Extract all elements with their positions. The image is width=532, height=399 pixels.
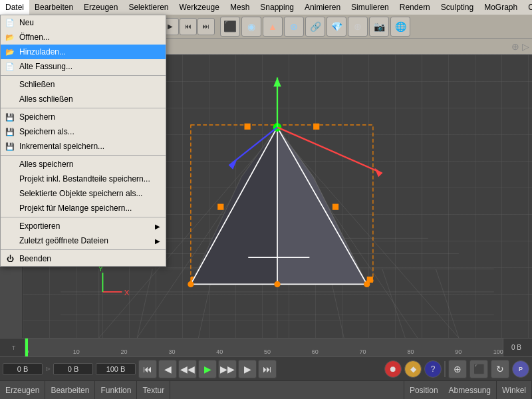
menu-mograph[interactable]: MoGraph (479, 0, 523, 15)
alles-speichern-icon (5, 159, 15, 170)
menu-item-inkremental[interactable]: 💾 Inkremental speichern... (1, 139, 166, 154)
toolbar2-arrow-icon[interactable]: ▷ (522, 41, 529, 52)
menu-item-exportieren[interactable]: Exportieren ▶ (1, 219, 166, 233)
neu-icon: 📄 (5, 17, 15, 28)
menu-item-beenden[interactable]: ⏻ Beenden (1, 251, 166, 266)
menu-charak[interactable]: Charak (523, 0, 532, 15)
menu-selektieren[interactable]: Selektieren (123, 0, 174, 15)
toolbar-camera[interactable]: 📷 (369, 17, 389, 37)
menu-snapping[interactable]: Snapping (255, 0, 299, 15)
bottombar-erzeugen[interactable]: Erzeugen (0, 381, 45, 399)
menu-item-alles-schliessen[interactable]: Alles schließen (1, 92, 166, 106)
transport-bar: 0 B ⊳ 0 B 100 B ⏮ ◀ ◀◀ ▶ ▶▶ ▶ ⏭ ⏺ ◆ ? ⊕ … (0, 356, 532, 380)
menu-simulieren[interactable]: Simulieren (346, 0, 394, 15)
menu-item-speichern-als[interactable]: 💾 Speichern als... (1, 124, 166, 139)
divider-4 (1, 217, 166, 217)
transport-play-forward[interactable]: ▶▶ (218, 360, 237, 378)
toolbar-play6[interactable]: ⏭ (198, 18, 215, 35)
menu-rendern[interactable]: Rendern (394, 0, 436, 15)
menubar: Datei Bearbeiten Erzeugen Selektieren We… (0, 0, 532, 15)
toolbar-deformer[interactable]: 🌐 (390, 17, 410, 37)
transport-play-back[interactable]: ◀◀ (178, 360, 197, 378)
projekt-inkl-icon (5, 174, 15, 184)
svg-point-40 (274, 281, 280, 287)
transport-go-start[interactable]: ⏮ (138, 360, 157, 378)
exportieren-icon (5, 221, 15, 231)
inkremental-icon: 💾 (5, 141, 15, 152)
toolbar-torus[interactable]: ⊗ (284, 17, 304, 37)
toolbar-chain[interactable]: 🔗 (305, 17, 325, 37)
menu-item-projekt-inkl[interactable]: Projekt inkl. Bestandteile speichern... (1, 172, 166, 186)
timeline-mark-60: 60 (312, 348, 319, 355)
transport-play[interactable]: ▶ (198, 360, 217, 378)
transport-p-btn[interactable]: P (512, 360, 529, 378)
bottombar-textur[interactable]: Textur (137, 381, 170, 399)
svg-point-42 (364, 281, 370, 287)
transport-from[interactable]: 0 B (53, 363, 93, 375)
oeffnen-icon: 📂 (5, 32, 15, 43)
menu-item-neu[interactable]: 📄 Neu (1, 15, 166, 30)
timeline-start-marker (25, 338, 28, 356)
transport-to[interactable]: 100 B (96, 363, 136, 375)
alte-fassung-icon: 📄 (5, 61, 15, 72)
hinzuladen-icon: 📂 (5, 47, 15, 57)
divider-2 (1, 108, 166, 108)
menu-bearbeiten[interactable]: Bearbeiten (29, 0, 78, 15)
svg-marker-35 (374, 168, 382, 177)
bottombar-bearbeiten[interactable]: Bearbeiten (45, 381, 95, 399)
menu-item-selektierte-obj[interactable]: Selektierte Objekte speichern als... (1, 186, 166, 201)
bottombar: Erzeugen Bearbeiten Funktion Textur Posi… (0, 380, 532, 399)
svg-point-41 (188, 281, 194, 287)
menu-item-hinzuladen[interactable]: 📂 Hinzuladen... (1, 45, 166, 59)
bottombar-position[interactable]: Position (404, 381, 444, 399)
toolbar-gem[interactable]: 💎 (327, 17, 346, 37)
selektierte-obj-icon (5, 188, 15, 199)
timeline-end-label: 0 B (503, 338, 529, 356)
toolbar-play5[interactable]: ⏮ (180, 18, 197, 35)
menu-werkzeuge[interactable]: Werkzeuge (174, 0, 224, 15)
timeline[interactable]: T 0 10 20 30 40 50 60 70 80 90 100 0 B (0, 338, 532, 356)
svg-rect-19 (332, 204, 338, 210)
menu-item-zuletzt[interactable]: Zuletzt geöffnete Dateien ▶ (1, 233, 166, 248)
bottombar-funktion[interactable]: Funktion (95, 381, 137, 399)
menu-sculpting[interactable]: Sculpting (436, 0, 479, 15)
transport-divider (444, 361, 446, 377)
bottombar-abmessung[interactable]: Abmessung (444, 381, 497, 399)
toolbar2-plus-icon[interactable]: ⊕ (511, 41, 519, 52)
transport-record-btn[interactable]: ⏺ (384, 360, 402, 378)
transport-current-frame[interactable]: 0 B (3, 363, 43, 375)
menu-datei[interactable]: Datei (0, 0, 29, 15)
toolbar-sphere[interactable]: ◉ (241, 17, 261, 37)
toolbar-null[interactable]: ⊕ (348, 17, 368, 37)
timeline-ruler[interactable]: 0 10 20 30 40 50 60 70 80 90 100 (25, 338, 503, 356)
svg-rect-16 (244, 124, 250, 130)
transport-scale-icon[interactable]: ⬛ (469, 360, 488, 378)
transport-next-frame[interactable]: ▶ (238, 360, 257, 378)
transport-prev-frame[interactable]: ◀ (158, 360, 177, 378)
transport-rotate-icon[interactable]: ↻ (491, 360, 509, 378)
menu-item-projekt-melange[interactable]: Projekt für Melange speichern... (1, 201, 166, 215)
menu-item-alte-fassung[interactable]: 📄 Alte Fassung... (1, 59, 166, 74)
svg-rect-18 (217, 204, 223, 210)
timeline-mark-30: 30 (168, 348, 175, 355)
bottombar-winkel[interactable]: Winkel (497, 381, 532, 399)
timeline-mark-80: 80 (407, 348, 414, 355)
transport-keyframe-btn[interactable]: ◆ (404, 360, 422, 378)
transport-auto-btn[interactable]: ? (424, 360, 442, 378)
svg-rect-17 (313, 124, 319, 130)
menu-mesh[interactable]: Mesh (225, 0, 255, 15)
toolbar-cone[interactable]: ▲ (263, 17, 283, 37)
transport-move-icon[interactable]: ⊕ (448, 360, 467, 378)
menu-erzeugen[interactable]: Erzeugen (78, 0, 123, 15)
alles-schliessen-icon (5, 94, 15, 104)
transport-go-end[interactable]: ⏭ (258, 360, 277, 378)
menu-item-oeffnen[interactable]: 📂 Öffnen... (1, 30, 166, 45)
zuletzt-arrow: ▶ (155, 237, 160, 245)
menu-item-schliessen[interactable]: Schließen (1, 77, 166, 92)
menu-item-alles-speichern[interactable]: Alles speichern (1, 157, 166, 172)
beenden-icon: ⏻ (5, 253, 15, 264)
toolbar-cube[interactable]: ⬛ (220, 17, 240, 37)
menu-animieren[interactable]: Animieren (299, 0, 346, 15)
svg-marker-37 (273, 78, 281, 87)
menu-item-speichern[interactable]: 💾 Speichern (1, 110, 166, 124)
